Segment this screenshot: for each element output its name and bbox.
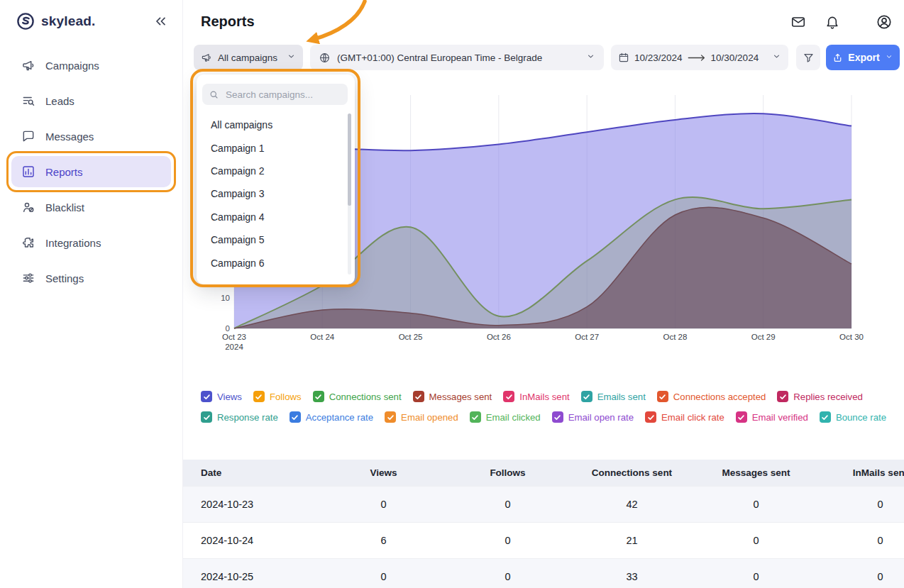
sidebar-item-campaigns[interactable]: Campaigns [11, 50, 171, 81]
dropdown-item[interactable]: Campaign 5 [197, 228, 345, 251]
sidebar-item-blacklist[interactable]: Blacklist [11, 192, 171, 223]
report-table-container: DateViewsFollowsConnections sentMessages… [183, 460, 904, 588]
sidebar-nav: CampaignsLeadsMessagesReportsBlacklistIn… [0, 40, 182, 294]
svg-text:Oct 30: Oct 30 [839, 333, 864, 341]
value-cell: 0 [818, 558, 904, 588]
dropdown-item[interactable]: Campaign 3 [197, 182, 345, 205]
dropdown-scrollbar-thumb[interactable] [348, 113, 351, 206]
export-button[interactable]: Export [826, 45, 900, 70]
checkbox-checked-icon[interactable] [736, 411, 747, 423]
checkbox-checked-icon[interactable] [645, 411, 656, 423]
search-icon [209, 89, 219, 100]
checkbox-checked-icon[interactable] [820, 411, 831, 423]
account-avatar-icon[interactable] [876, 13, 893, 30]
sidebar-item-messages[interactable]: Messages [11, 121, 171, 152]
puzzle-icon [21, 235, 35, 250]
sidebar-item-label: Campaigns [45, 60, 99, 72]
checkbox-checked-icon[interactable] [201, 411, 212, 423]
date-range-picker[interactable]: 10/23/2024 10/30/2024 [611, 45, 788, 70]
leads-icon [21, 94, 35, 108]
globe-icon [319, 52, 331, 64]
legend-item[interactable]: Email opened [385, 411, 458, 423]
campaign-dropdown-panel: All campaignsCampaign 1Campaign 2Campaig… [197, 74, 355, 284]
chevron-down-icon [885, 52, 893, 63]
checkbox-checked-icon[interactable] [777, 391, 788, 402]
legend-item-label: Email opened [401, 412, 458, 423]
brand-name: skylead. [41, 13, 96, 29]
legend-item[interactable]: Acceptance rate [290, 411, 373, 423]
legend-item[interactable]: InMails sent [503, 391, 569, 402]
sidebar-item-leads[interactable]: Leads [11, 85, 171, 116]
legend-item[interactable]: Follows [253, 391, 302, 402]
svg-text:Oct 28: Oct 28 [663, 333, 687, 341]
checkbox-checked-icon[interactable] [385, 411, 396, 423]
dropdown-item[interactable]: Campaign 2 [197, 160, 345, 182]
chevron-down-icon [287, 52, 296, 63]
chart-legend: ViewsFollowsConnections sentMessages sen… [201, 391, 886, 432]
legend-item[interactable]: Email verified [736, 411, 808, 423]
table-header-cell: Messages sent [694, 460, 818, 486]
svg-text:2024: 2024 [225, 343, 243, 351]
value-cell: 0 [446, 558, 570, 588]
svg-text:Oct 27: Oct 27 [575, 333, 599, 341]
legend-item[interactable]: Messages sent [413, 391, 492, 402]
notifications-bell-icon[interactable] [825, 14, 840, 30]
legend-item-label: Acceptance rate [306, 412, 373, 423]
legend-item[interactable]: Views [201, 391, 242, 402]
campaign-search-box[interactable] [202, 84, 348, 105]
legend-item-label: Email clicked [486, 412, 541, 423]
legend-item[interactable]: Replies received [777, 391, 863, 402]
inbox-envelope-icon[interactable] [790, 14, 806, 30]
value-cell: 0 [818, 522, 904, 558]
checkbox-checked-icon[interactable] [313, 391, 324, 402]
dropdown-item[interactable]: All campaigns [197, 113, 345, 136]
dropdown-item[interactable]: Campaign 6 [197, 251, 345, 274]
legend-item[interactable]: Connections sent [313, 391, 402, 402]
chevron-down-icon [586, 52, 595, 63]
svg-text:Oct 26: Oct 26 [487, 333, 511, 341]
megaphone-icon [21, 58, 35, 72]
checkbox-checked-icon[interactable] [253, 391, 265, 402]
campaign-dropdown-list: All campaignsCampaign 1Campaign 2Campaig… [197, 113, 345, 274]
sidebar-item-reports[interactable]: Reports [11, 156, 171, 187]
table-header-cell: Date [183, 460, 321, 486]
filter-button[interactable] [796, 45, 820, 70]
checkbox-checked-icon[interactable] [413, 391, 424, 402]
skylead-logo-icon [16, 11, 35, 31]
app: skylead. CampaignsLeadsMessagesReportsBl… [0, 0, 904, 588]
sidebar-item-label: Leads [45, 95, 75, 107]
legend-item-label: Email click rate [661, 412, 724, 423]
checkbox-checked-icon[interactable] [503, 391, 514, 402]
checkbox-checked-icon[interactable] [470, 411, 481, 423]
legend-item[interactable]: Email open rate [552, 411, 634, 423]
value-cell: 0 [446, 522, 570, 558]
export-icon [832, 52, 843, 63]
sidebar-collapse-icon[interactable] [153, 13, 168, 29]
checkbox-checked-icon[interactable] [201, 391, 212, 402]
legend-item[interactable]: Email clicked [470, 411, 541, 423]
checkbox-checked-icon[interactable] [657, 391, 668, 402]
checkbox-checked-icon[interactable] [552, 411, 563, 423]
value-cell: 0 [694, 522, 818, 558]
reports-chart-icon [21, 165, 35, 179]
legend-item[interactable]: Emails sent [581, 391, 646, 402]
chevron-down-icon [772, 52, 781, 63]
dropdown-item[interactable]: Campaign 1 [197, 136, 345, 159]
table-body: 2024-10-230042002024-10-246021002024-10-… [183, 486, 904, 588]
legend-item[interactable]: Response rate [201, 411, 278, 423]
legend-item[interactable]: Email click rate [645, 411, 724, 423]
campaign-selector-button[interactable]: All campaigns [194, 45, 303, 70]
value-cell: 6 [321, 522, 446, 558]
value-cell: 0 [818, 486, 904, 522]
dropdown-item[interactable]: Campaign 4 [197, 206, 345, 228]
legend-item[interactable]: Bounce rate [820, 411, 886, 423]
timezone-select[interactable]: (GMT+01:00) Central European Time - Belg… [310, 45, 604, 70]
date-cell: 2024-10-23 [183, 486, 321, 522]
legend-item[interactable]: Connections accepted [657, 391, 766, 402]
campaign-search-input[interactable] [224, 89, 341, 101]
checkbox-checked-icon[interactable] [581, 391, 592, 402]
sidebar-item-settings[interactable]: Settings [11, 262, 171, 294]
date-to-value: 10/30/2024 [711, 52, 759, 63]
checkbox-checked-icon[interactable] [290, 411, 301, 423]
sidebar-item-integrations[interactable]: Integrations [11, 227, 171, 258]
